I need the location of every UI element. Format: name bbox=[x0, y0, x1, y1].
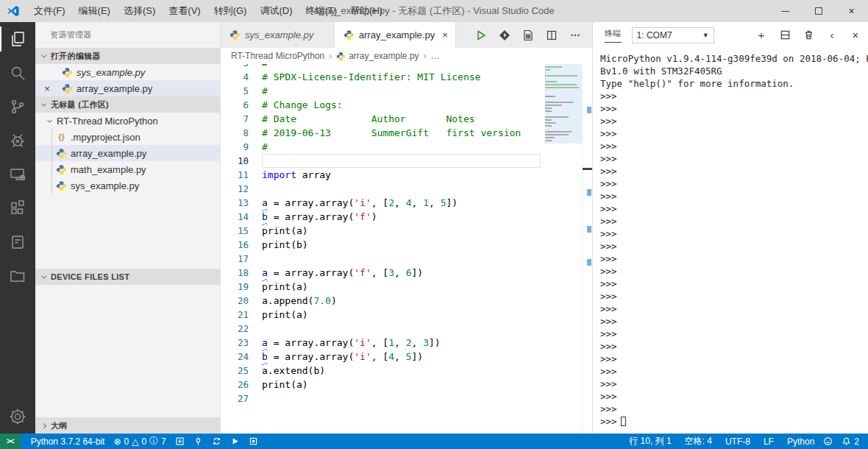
breadcrumb[interactable]: RT-Thread MicroPython›array_example.py›… bbox=[221, 48, 592, 64]
code-line-4[interactable]: 4# SPDX-License-Identifier: MIT License bbox=[221, 70, 545, 84]
notes-view-icon[interactable] bbox=[0, 225, 35, 259]
line-number: 14 bbox=[221, 210, 262, 224]
run-button[interactable] bbox=[226, 436, 244, 446]
menu-编辑[interactable]: 编辑(E) bbox=[72, 0, 117, 22]
minimize-button[interactable] bbox=[769, 0, 802, 22]
tab-sys_example.py[interactable]: sys_example.py× bbox=[221, 22, 335, 48]
stop-button[interactable] bbox=[244, 436, 263, 446]
chevron-right-icon bbox=[41, 423, 46, 428]
code-line-23[interactable]: 23a = array.array('i', [1, 2, 3]) bbox=[221, 336, 545, 350]
menu-转到[interactable]: 转到(G) bbox=[207, 0, 254, 22]
code-line-5[interactable]: 5# bbox=[221, 84, 545, 98]
menu-查看[interactable]: 查看(V) bbox=[162, 0, 207, 22]
menu-文件[interactable]: 文件(F) bbox=[27, 0, 72, 22]
encoding[interactable]: UTF-8 bbox=[721, 436, 755, 447]
code-line-27[interactable]: 27 bbox=[221, 392, 545, 406]
terminal-tab[interactable]: 终端 bbox=[605, 28, 622, 43]
kill-terminal-button[interactable] bbox=[802, 29, 815, 42]
settings-gear-icon[interactable] bbox=[0, 400, 35, 434]
tree-file-array_example.py[interactable]: array_example.py bbox=[35, 145, 220, 161]
problems-indicator[interactable]: ⊗0 △0 ⓘ7 bbox=[109, 435, 170, 448]
python-interpreter[interactable]: Python 3.7.2 64-bit bbox=[26, 436, 110, 447]
menu-选择[interactable]: 选择(S) bbox=[117, 0, 162, 22]
code-line-17[interactable]: 17 bbox=[221, 252, 545, 266]
extensions-icon[interactable] bbox=[0, 191, 35, 225]
workspace-header[interactable]: 无标题 (工作区) bbox=[35, 96, 220, 113]
info-icon: ⓘ bbox=[149, 435, 158, 448]
terminal-output[interactable]: MicroPython v1.9.4-114-g309fe39d on 2018… bbox=[593, 48, 868, 434]
tree-file-sys_example.py[interactable]: sys_example.py bbox=[35, 177, 220, 194]
new-terminal-button[interactable]: + bbox=[755, 29, 768, 42]
code-line-26[interactable]: 26print(a) bbox=[221, 378, 545, 392]
code-line-13[interactable]: 13a = array.array('i', [2, 4, 1, 5]) bbox=[221, 196, 545, 210]
code-line-8[interactable]: 8# 2019-06-13 SummerGift first version bbox=[221, 126, 545, 140]
code-line-6[interactable]: 6# Change Logs: bbox=[221, 98, 545, 112]
connect-device-button[interactable] bbox=[189, 436, 207, 446]
close-panel-button[interactable]: × bbox=[849, 29, 862, 42]
breadcrumb-item[interactable]: … bbox=[431, 51, 440, 61]
code-line-22[interactable]: 22 bbox=[221, 322, 545, 336]
code-line-3[interactable]: 3# bbox=[221, 64, 545, 70]
indentation[interactable]: 空格: 4 bbox=[680, 435, 716, 448]
terminal-selector-dropdown[interactable]: 1: COM7 ▼ bbox=[632, 27, 714, 43]
rt-thread-run-button[interactable] bbox=[497, 27, 513, 43]
close-icon[interactable]: × bbox=[41, 83, 53, 94]
code-line-25[interactable]: 25a.extend(b) bbox=[221, 364, 545, 378]
code-line-10[interactable]: 10 bbox=[221, 154, 545, 168]
code-line-12[interactable]: 12 bbox=[221, 182, 545, 196]
sync-button[interactable] bbox=[207, 436, 226, 446]
menu-终端[interactable]: 终端(T) bbox=[299, 0, 344, 22]
open-editors-header[interactable]: 打开的编辑器 bbox=[35, 48, 220, 64]
remote-device-icon[interactable] bbox=[0, 158, 35, 191]
maximize-button[interactable] bbox=[802, 0, 835, 22]
open-editor-array_example.py[interactable]: ×array_example.py bbox=[35, 80, 220, 96]
eol-sequence[interactable]: LF bbox=[759, 436, 778, 447]
language-mode[interactable]: Python bbox=[783, 436, 819, 447]
feedback-smiley-icon[interactable] bbox=[819, 436, 837, 446]
device-files-header[interactable]: DEVICE FILES LIST bbox=[35, 269, 220, 285]
code-line-14[interactable]: 14b = array.array('f') bbox=[221, 210, 545, 224]
code-line-18[interactable]: 18a = array.array('f', [3, 6]) bbox=[221, 266, 545, 280]
code-line-9[interactable]: 9# bbox=[221, 140, 545, 154]
explorer-icon[interactable] bbox=[0, 22, 35, 56]
close-window-button[interactable]: × bbox=[835, 0, 868, 22]
split-terminal-button[interactable] bbox=[778, 29, 791, 42]
open-memory-doc-button[interactable] bbox=[520, 27, 536, 43]
line-number: 9 bbox=[221, 140, 262, 154]
device-folder-icon[interactable] bbox=[0, 259, 35, 293]
search-icon[interactable] bbox=[0, 56, 35, 90]
breadcrumb-item[interactable]: RT-Thread MicroPython bbox=[231, 51, 324, 61]
code-line-15[interactable]: 15print(a) bbox=[221, 224, 545, 238]
split-editor-button[interactable] bbox=[544, 27, 560, 43]
code-line-19[interactable]: 19print(a) bbox=[221, 280, 545, 294]
tree-file-.mpyproject.json[interactable]: {}.mpyproject.json bbox=[35, 129, 220, 145]
remote-indicator[interactable]: >< bbox=[0, 434, 21, 449]
code-line-20[interactable]: 20a.append(7.0) bbox=[221, 294, 545, 308]
code-line-11[interactable]: 11import array bbox=[221, 168, 545, 182]
open-editor-sys_example.py[interactable]: sys_example.py bbox=[35, 64, 220, 80]
notifications-bell[interactable]: 2 bbox=[837, 436, 868, 447]
close-tab-icon[interactable]: × bbox=[442, 29, 448, 40]
debug-icon[interactable] bbox=[0, 124, 35, 158]
source-control-icon[interactable] bbox=[0, 90, 35, 124]
code-line-7[interactable]: 7# Date Author Notes bbox=[221, 112, 545, 126]
chevron-down-icon bbox=[41, 101, 46, 106]
breadcrumb-item[interactable]: array_example.py bbox=[336, 51, 419, 61]
code-line-16[interactable]: 16print(b) bbox=[221, 238, 545, 252]
download-to-device-button[interactable] bbox=[171, 436, 189, 446]
run-file-button[interactable] bbox=[473, 27, 489, 43]
menu-调试[interactable]: 调试(D) bbox=[253, 0, 299, 22]
cursor-position[interactable]: 行 10, 列 1 bbox=[625, 435, 675, 448]
tree-file-math_example.py[interactable]: math_example.py bbox=[35, 161, 220, 177]
tab-array_example.py[interactable]: array_example.py× bbox=[335, 22, 456, 48]
code-line-24[interactable]: 24b = array.array('i', [4, 5]) bbox=[221, 350, 545, 364]
collapse-panel-button[interactable]: ‹ bbox=[825, 29, 839, 42]
menu-帮助[interactable]: 帮助(H) bbox=[344, 0, 389, 22]
code-line-21[interactable]: 21print(a) bbox=[221, 308, 545, 322]
more-actions-button[interactable]: ⋯ bbox=[567, 27, 583, 43]
code-editor[interactable]: 3#4# SPDX-License-Identifier: MIT Licens… bbox=[221, 64, 592, 434]
outline-header[interactable]: 大纲 bbox=[35, 417, 220, 434]
tree-folder-rt-thread[interactable]: RT-Thread MicroPython bbox=[35, 113, 220, 129]
terminal-prompt: >>> bbox=[600, 127, 868, 140]
minimap[interactable] bbox=[545, 64, 582, 434]
